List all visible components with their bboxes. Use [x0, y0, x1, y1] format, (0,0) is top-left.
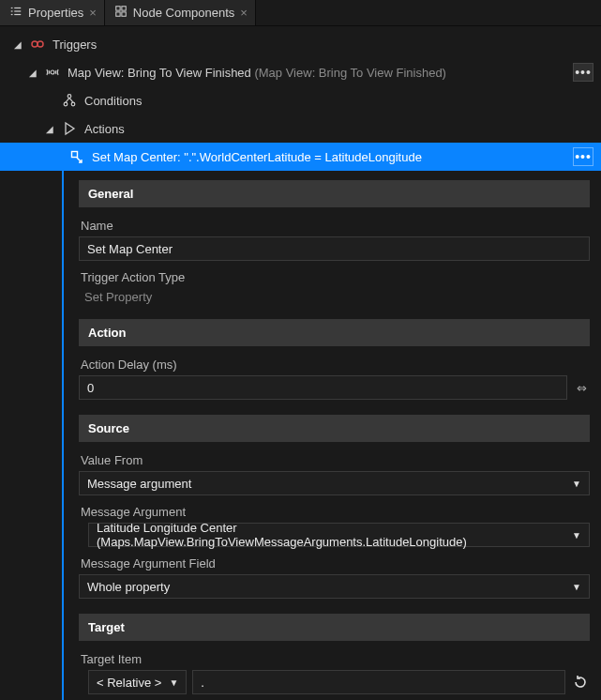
target-item-path-input[interactable]: .	[192, 670, 565, 694]
tab-label: Node Components	[133, 6, 234, 20]
close-icon[interactable]: ×	[240, 7, 248, 19]
tree-label: Actions	[84, 122, 593, 136]
label-value-from: Value From	[79, 449, 590, 471]
svg-marker-18	[66, 123, 74, 134]
message-argument-select[interactable]: Latitude Longitude Center (Maps.MapView.…	[88, 523, 590, 547]
tab-properties[interactable]: Properties ×	[0, 0, 105, 25]
tree-row-actions[interactable]: ◢ Actions	[0, 114, 601, 143]
value-trigger-action-type: Set Property	[79, 288, 590, 310]
select-value: Message argument	[87, 477, 191, 491]
tree-label: Conditions	[84, 94, 593, 108]
more-button[interactable]: •••	[573, 63, 593, 82]
trigger-tree: ◢ Triggers ◢ Map View: Bring To View Fin…	[0, 26, 601, 171]
set-property-icon	[69, 149, 84, 164]
svg-line-17	[69, 98, 73, 102]
message-argument-field-select[interactable]: Whole property ▼	[79, 574, 590, 599]
tree-row-conditions[interactable]: ◢ Conditions	[0, 86, 601, 114]
more-button[interactable]: •••	[573, 147, 593, 166]
tab-label: Properties	[28, 6, 83, 20]
expand-toggle[interactable]: ◢	[13, 39, 23, 50]
tree-row-action-selected[interactable]: Set Map Center: ".".WorldCenterLatitude …	[0, 143, 601, 171]
input-value: .	[201, 676, 204, 690]
svg-point-15	[71, 102, 75, 106]
select-value: Whole property	[87, 580, 170, 594]
tab-bar: Properties × Node Components ×	[0, 0, 601, 26]
chevron-down-icon: ▼	[169, 677, 178, 688]
properties-panel: General Name Set Map Center Trigger Acti…	[62, 171, 601, 700]
chevron-down-icon: ▼	[572, 530, 581, 540]
triggers-icon	[30, 37, 45, 52]
components-icon	[114, 5, 128, 21]
tree-label: Map View: Bring To View Finished (Map Vi…	[68, 66, 565, 80]
label-target-item: Target Item	[79, 648, 590, 670]
trigger-name: Map View: Bring To View Finished	[68, 66, 251, 80]
target-item-mode-select[interactable]: < Relative > ▼	[88, 670, 187, 694]
section-general: General	[79, 180, 590, 207]
conditions-icon	[62, 93, 77, 108]
tree-label: Triggers	[53, 38, 593, 52]
expand-toggle[interactable]: ◢	[45, 124, 54, 134]
list-icon	[9, 5, 23, 21]
select-value: < Relative >	[97, 676, 161, 690]
label-message-argument-field: Message Argument Field	[79, 553, 590, 574]
label-action-delay: Action Delay (ms)	[79, 354, 590, 375]
svg-point-10	[32, 41, 38, 47]
svg-rect-7	[122, 7, 126, 10]
select-value: Latitude Longitude Center (Maps.MapView.…	[97, 521, 572, 549]
section-source: Source	[79, 415, 590, 442]
actions-icon	[62, 121, 77, 136]
expand-toggle[interactable]: ◢	[28, 68, 38, 78]
svg-point-11	[38, 41, 43, 47]
input-value: 0	[87, 381, 94, 395]
label-message-argument: Message Argument	[79, 501, 590, 523]
svg-point-14	[64, 102, 68, 106]
label-trigger-action-type: Trigger Action Type	[79, 266, 590, 288]
label-name: Name	[79, 215, 590, 236]
section-action: Action	[79, 319, 590, 346]
input-value: Set Map Center	[87, 242, 173, 256]
message-trigger-icon	[45, 65, 60, 80]
svg-rect-8	[116, 12, 120, 16]
section-target: Target	[79, 614, 590, 641]
value-from-select[interactable]: Message argument ▼	[79, 471, 590, 495]
tab-node-components[interactable]: Node Components ×	[105, 0, 256, 25]
link-icon[interactable]: ⇔	[573, 381, 590, 395]
navigate-icon[interactable]	[571, 673, 590, 692]
svg-line-16	[66, 98, 69, 102]
svg-point-13	[68, 95, 71, 99]
name-input[interactable]: Set Map Center	[79, 236, 590, 261]
svg-rect-6	[116, 7, 120, 10]
action-delay-input[interactable]: 0	[79, 375, 567, 400]
tree-row-trigger[interactable]: ◢ Map View: Bring To View Finished (Map …	[0, 58, 601, 86]
svg-point-12	[51, 70, 54, 74]
chevron-down-icon: ▼	[572, 582, 581, 592]
chevron-down-icon: ▼	[572, 479, 581, 489]
trigger-suffix: (Map View: Bring To View Finished)	[254, 66, 445, 80]
svg-rect-19	[72, 152, 78, 158]
tree-label: Set Map Center: ".".WorldCenterLatitude …	[92, 150, 565, 164]
close-icon[interactable]: ×	[89, 7, 97, 19]
svg-rect-9	[122, 12, 126, 16]
tree-row-triggers[interactable]: ◢ Triggers	[0, 30, 601, 58]
